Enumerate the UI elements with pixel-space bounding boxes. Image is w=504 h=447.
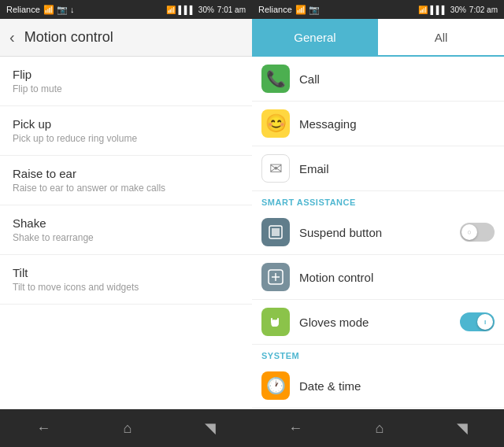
gloves-toggle[interactable]: I	[460, 312, 495, 331]
system-header: SYSTEM	[252, 345, 504, 364]
right-home-nav-icon[interactable]: ⌂	[376, 420, 384, 437]
left-back-nav-icon[interactable]: ←	[36, 420, 50, 437]
left-status-bar: Reliance 📶 📷 ↓ 📶 ▌▌▌ 30% 7:01 am	[0, 0, 252, 19]
right-back-nav-icon[interactable]: ←	[288, 420, 302, 437]
left-time: 7:01 am	[217, 6, 246, 14]
date-time-label: Date & time	[299, 379, 495, 393]
left-battery: 30%	[198, 6, 214, 14]
right-panel: Reliance 📶 📷 📶 ▌▌▌ 30% 7:02 am General A…	[252, 0, 504, 447]
left-top-bar: ‹ Motion control	[0, 19, 252, 57]
right-status-left: Reliance 📶 📷	[258, 5, 320, 15]
shake-subtitle: Shake to rearrange	[13, 232, 239, 243]
svg-rect-1	[272, 228, 280, 236]
pickup-subtitle: Pick up to reduce ring volume	[13, 133, 239, 144]
left-status-left: Reliance 📶 📷 ↓	[6, 5, 74, 15]
right-status-bar: Reliance 📶 📷 📶 ▌▌▌ 30% 7:02 am	[252, 0, 504, 19]
right-recent-nav-icon[interactable]: ◥	[457, 419, 468, 437]
gloves-mode-icon	[261, 308, 290, 336]
gloves-mode-item[interactable]: Gloves mode I	[252, 300, 504, 345]
right-signal-icon: ▌▌▌	[431, 6, 447, 14]
pickup-item[interactable]: Pick up Pick up to reduce ring volume	[0, 106, 252, 156]
date-time-icon: 🕐	[261, 371, 290, 400]
flip-title: Flip	[13, 68, 239, 81]
gloves-toggle-knob: I	[477, 314, 493, 330]
tab-all[interactable]: All	[378, 19, 504, 55]
suspend-button-item[interactable]: Suspend button ○	[252, 210, 504, 255]
left-carrier: Reliance	[6, 5, 40, 14]
smart-assistance-header: SMART ASSISTANCE	[252, 191, 504, 210]
suspend-toggle-knob: ○	[461, 224, 477, 240]
left-home-nav-icon[interactable]: ⌂	[124, 420, 132, 437]
tabs-bar: General All	[252, 19, 504, 57]
flip-item[interactable]: Flip Flip to mute	[0, 57, 252, 106]
messaging-icon: 😊	[261, 109, 290, 138]
right-carrier: Reliance	[258, 5, 292, 14]
left-status-right: 📶 ▌▌▌ 30% 7:01 am	[166, 6, 246, 14]
call-item[interactable]: 📞 Call	[252, 57, 504, 102]
right-battery: 30%	[450, 6, 466, 14]
motion-control-label: Motion control	[299, 271, 495, 284]
tab-general[interactable]: General	[252, 19, 378, 55]
left-nav-bar: ← ⌂ ◥	[0, 409, 252, 447]
right-nav-bar: ← ⌂ ◥	[252, 409, 504, 447]
email-label: Email	[299, 162, 495, 175]
flip-subtitle: Flip to mute	[13, 83, 239, 94]
settings-list: 📞 Call 😊 Messaging ✉ Email SMART ASSISTA…	[252, 57, 504, 409]
email-icon: ✉	[261, 154, 290, 183]
left-recent-nav-icon[interactable]: ◥	[205, 419, 216, 437]
left-status-icons: 📶 📷 ↓	[43, 5, 75, 15]
right-wifi-icon: 📶	[418, 6, 428, 14]
left-wifi-icon: 📶	[166, 6, 176, 14]
raise-to-ear-item[interactable]: Raise to ear Raise to ear to answer or m…	[0, 156, 252, 205]
suspend-toggle[interactable]: ○	[460, 223, 495, 242]
motion-control-item[interactable]: Motion control	[252, 255, 504, 300]
shake-title: Shake	[13, 216, 239, 230]
shake-item[interactable]: Shake Shake to rearrange	[0, 205, 252, 255]
right-time: 7:02 am	[469, 6, 498, 14]
tilt-title: Tilt	[13, 266, 239, 279]
call-label: Call	[299, 72, 495, 86]
messaging-item[interactable]: 😊 Messaging	[252, 102, 504, 146]
right-status-right: 📶 ▌▌▌ 30% 7:02 am	[418, 6, 498, 14]
raise-to-ear-title: Raise to ear	[13, 167, 239, 180]
pickup-title: Pick up	[13, 117, 239, 131]
call-icon: 📞	[261, 65, 290, 93]
raise-to-ear-subtitle: Raise to ear to answer or make calls	[13, 183, 239, 194]
suspend-button-icon	[261, 218, 290, 246]
motion-control-list: Flip Flip to mute Pick up Pick up to red…	[0, 57, 252, 409]
tilt-item[interactable]: Tilt Tilt to move icons and widgets	[0, 255, 252, 305]
back-button[interactable]: ‹	[9, 28, 15, 46]
date-time-item[interactable]: 🕐 Date & time	[252, 364, 504, 408]
left-page-title: Motion control	[24, 29, 113, 46]
tilt-subtitle: Tilt to move icons and widgets	[13, 282, 239, 293]
email-item[interactable]: ✉ Email	[252, 146, 504, 191]
left-panel: Reliance 📶 📷 ↓ 📶 ▌▌▌ 30% 7:01 am ‹ Motio…	[0, 0, 252, 447]
motion-control-icon	[261, 263, 290, 291]
messaging-label: Messaging	[299, 117, 495, 131]
left-signal-icon: ▌▌▌	[179, 6, 195, 14]
gloves-mode-label: Gloves mode	[299, 316, 450, 329]
right-status-icons: 📶 📷	[295, 5, 320, 15]
suspend-button-label: Suspend button	[299, 226, 450, 239]
